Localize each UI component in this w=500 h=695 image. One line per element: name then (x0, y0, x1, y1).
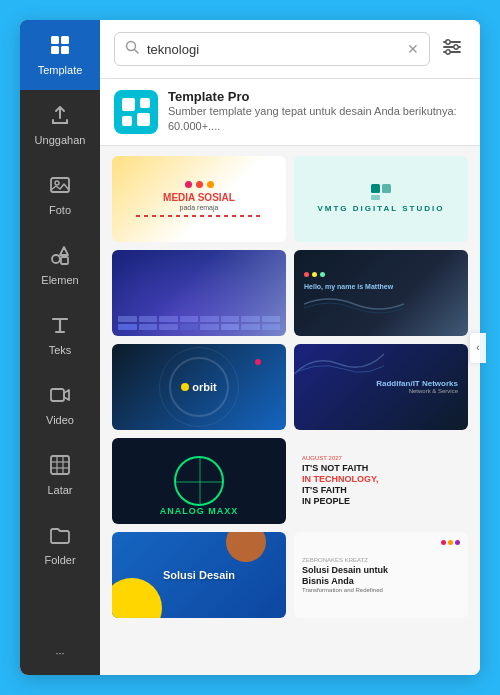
dot-red (196, 181, 203, 188)
search-clear-icon[interactable]: ✕ (407, 41, 419, 57)
pro-description: Sumber template yang tepat untuk desain … (168, 104, 466, 135)
card-sub-text: pada remaja (180, 204, 219, 211)
template-card-bisnis[interactable]: ZEBRONAKES KREATZ Solusi Desain untuk Bi… (294, 532, 468, 618)
faith-line2: IN TECHNOLOGY, (302, 474, 379, 484)
template-card-keyboard[interactable] (112, 250, 286, 336)
sidebar-label-folder: Folder (44, 554, 75, 566)
card-divider (136, 215, 262, 217)
video-icon (49, 384, 71, 409)
analog-grid-v (199, 458, 201, 504)
bisnis-title-line2: Bisnis Anda (302, 576, 354, 586)
search-bar-container: ✕ (100, 20, 480, 79)
template-card-vmtg[interactable]: VMTG DIGITAL STUDIO (294, 156, 468, 242)
analog-text: ANALOG MAXX (112, 506, 286, 516)
sidebar-item-template[interactable]: Template (20, 20, 100, 90)
card-main-text: MEDIA SOSIAL (163, 192, 235, 204)
svg-rect-0 (51, 36, 59, 44)
faith-line4: IN PEOPLE (302, 496, 350, 506)
sidebar-item-unggahan[interactable]: Unggahan (20, 90, 100, 160)
pro-logo-quad-br (137, 113, 150, 126)
template-card-raddifan[interactable]: Raddifan/IT Networks Network & Service (294, 344, 468, 430)
faith-text: IT'S NOT FAITH IN TECHNOLOGY, IT'S FAITH… (302, 463, 460, 506)
orbit-dot (181, 383, 189, 391)
vmtg-content: VMTG DIGITAL STUDIO (317, 184, 444, 213)
wave-graphic (304, 294, 404, 314)
svg-rect-4 (51, 178, 69, 192)
svg-rect-8 (61, 257, 68, 264)
template-card-analog[interactable]: ANALOG MAXX (112, 438, 286, 524)
template-icon (49, 34, 71, 59)
keyboard-glow (112, 250, 286, 336)
sidebar: Template Unggahan Foto (20, 20, 100, 675)
svg-rect-2 (51, 46, 59, 54)
template-card-it-faith[interactable]: AUGUST 2027 IT'S NOT FAITH IN TECHNOLOGY… (294, 438, 468, 524)
raddifan-title: Raddifan/IT Networks (376, 379, 458, 388)
svg-rect-22 (371, 184, 380, 193)
pro-logo-quad-tr (140, 98, 150, 108)
analog-globe (174, 456, 224, 506)
svg-point-6 (52, 255, 60, 263)
background-icon (49, 454, 71, 479)
pro-logo-quad-tl (122, 98, 135, 111)
pro-logo (114, 90, 158, 134)
svg-rect-10 (51, 456, 69, 474)
template-card-orbit[interactable]: orbit (112, 344, 286, 430)
template-card-solusi[interactable]: Solusi Desain (112, 532, 286, 618)
raddifan-wave (294, 344, 384, 384)
filter-button[interactable] (438, 34, 466, 65)
sidebar-item-more[interactable]: ··· (20, 633, 100, 675)
card-dots (185, 181, 214, 188)
faith-line1: IT'S NOT FAITH (302, 463, 368, 473)
sidebar-item-folder[interactable]: Folder (20, 510, 100, 580)
pro-title: Template Pro (168, 89, 466, 104)
sidebar-item-foto[interactable]: Foto (20, 160, 100, 230)
sidebar-item-teks[interactable]: Teks (20, 300, 100, 370)
bisnis-tag: ZEBRONAKES KREATZ (302, 557, 460, 563)
bisnis-title-line1: Solusi Desain untuk (302, 565, 388, 575)
vmtg-icons (371, 184, 391, 200)
search-bar: ✕ (114, 32, 430, 66)
sidebar-label-template: Template (38, 64, 83, 76)
dw-dot-red (304, 272, 309, 277)
raddifan-sub: Network & Service (409, 388, 458, 394)
text-icon (49, 314, 71, 339)
vmtg-logo-text: VMTG DIGITAL STUDIO (317, 204, 444, 213)
svg-rect-24 (371, 195, 380, 200)
templates-grid: MEDIA SOSIAL pada remaja VMTG DIGITAL ST… (100, 146, 480, 675)
scroll-arrow[interactable]: ‹ (470, 333, 486, 363)
sidebar-item-video[interactable]: Video (20, 370, 100, 440)
main-content: ✕ (100, 20, 480, 675)
bisnis-title: Solusi Desain untuk Bisnis Anda (302, 565, 460, 587)
bisnis-dots (441, 540, 460, 545)
sidebar-label-latar: Latar (47, 484, 72, 496)
pro-logo-quad-bl (122, 116, 132, 126)
bisnis-dot-3 (455, 540, 460, 545)
dot-orange (207, 181, 214, 188)
sidebar-label-teks: Teks (49, 344, 72, 356)
search-input[interactable] (147, 42, 399, 57)
sidebar-item-elemen[interactable]: Elemen (20, 230, 100, 300)
template-card-dark-wave[interactable]: Hello, my name is Matthew (294, 250, 468, 336)
sidebar-label-unggahan: Unggahan (35, 134, 86, 146)
upload-icon (49, 104, 71, 129)
sidebar-item-latar[interactable]: Latar (20, 440, 100, 510)
pro-banner[interactable]: Template Pro Sumber template yang tepat … (100, 79, 480, 146)
svg-point-20 (454, 44, 458, 48)
dw-dot-yellow (312, 272, 317, 277)
sidebar-label-foto: Foto (49, 204, 71, 216)
photo-icon (49, 174, 71, 199)
app-container: Template Unggahan Foto (20, 20, 480, 675)
solusi-text: Solusi Desain (163, 569, 235, 581)
svg-point-21 (446, 49, 450, 53)
template-card-media-sosial[interactable]: MEDIA SOSIAL pada remaja (112, 156, 286, 242)
elements-icon (49, 244, 71, 269)
pro-text: Template Pro Sumber template yang tepat … (168, 89, 466, 135)
svg-point-5 (55, 181, 59, 185)
faith-tag: AUGUST 2027 (302, 455, 460, 461)
faith-line3: IT'S FAITH (302, 485, 347, 495)
sidebar-more-dots: ··· (55, 647, 64, 659)
svg-point-19 (446, 39, 450, 43)
pro-logo-graphic (122, 98, 150, 126)
dw-dot-green (320, 272, 325, 277)
sidebar-label-video: Video (46, 414, 74, 426)
